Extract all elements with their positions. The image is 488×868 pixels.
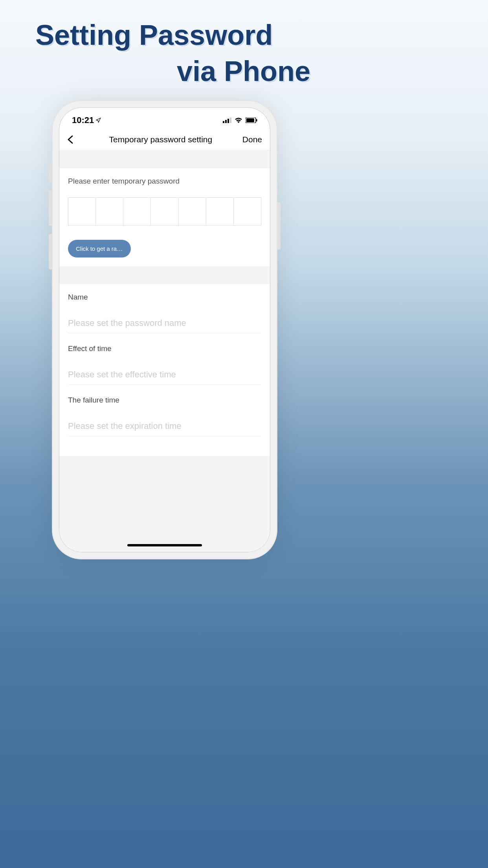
status-bar: 10:21 — [59, 108, 270, 129]
status-time: 10:21 — [72, 115, 101, 125]
name-input[interactable] — [68, 313, 261, 333]
password-digit-2[interactable] — [96, 198, 123, 225]
failure-time-label: The failure time — [68, 396, 261, 405]
password-digit-7[interactable] — [234, 198, 261, 225]
wifi-icon — [235, 118, 242, 123]
password-section: Please enter temporary password Click to… — [59, 168, 270, 266]
spacer — [59, 150, 270, 168]
content-area: Please enter temporary password Click to… — [59, 150, 270, 552]
phone-button-volume-down — [49, 234, 52, 269]
svg-rect-6 — [256, 119, 257, 121]
status-time-text: 10:21 — [72, 115, 94, 125]
svg-rect-1 — [225, 120, 227, 123]
home-indicator[interactable] — [127, 544, 202, 546]
location-icon — [95, 118, 101, 123]
promo-heading-1: Setting Password — [35, 19, 273, 51]
failure-time-input[interactable] — [68, 416, 261, 436]
password-digit-1[interactable] — [68, 198, 96, 225]
random-password-button[interactable]: Click to get a rando... — [68, 240, 131, 257]
nav-bar: Temporary password setting Done — [59, 129, 270, 150]
phone-button-silence — [49, 163, 52, 183]
phone-screen: 10:21 — [59, 107, 270, 552]
svg-rect-3 — [230, 118, 231, 123]
signal-icon — [223, 118, 231, 123]
spacer — [59, 266, 270, 284]
password-digit-4[interactable] — [151, 198, 178, 225]
password-input-boxes[interactable] — [68, 197, 261, 226]
nav-title: Temporary password setting — [109, 135, 213, 144]
svg-rect-2 — [227, 119, 229, 123]
password-digit-5[interactable] — [179, 198, 206, 225]
name-label: Name — [68, 293, 261, 302]
status-icons — [223, 118, 257, 123]
phone-button-power — [277, 202, 281, 250]
phone-frame: 10:21 — [52, 100, 277, 559]
svg-rect-0 — [223, 121, 224, 123]
form-section: Name Effect of time The failure time — [59, 284, 270, 456]
effect-time-label: Effect of time — [68, 344, 261, 353]
done-button[interactable]: Done — [242, 135, 262, 144]
back-button[interactable] — [67, 135, 79, 144]
phone-button-volume-up — [49, 191, 52, 226]
svg-rect-5 — [246, 118, 254, 122]
password-digit-6[interactable] — [206, 198, 234, 225]
effect-time-input[interactable] — [68, 365, 261, 385]
password-label: Please enter temporary password — [68, 177, 261, 186]
battery-icon — [246, 118, 257, 123]
promo-heading-2: via Phone — [177, 55, 310, 87]
password-digit-3[interactable] — [123, 198, 151, 225]
